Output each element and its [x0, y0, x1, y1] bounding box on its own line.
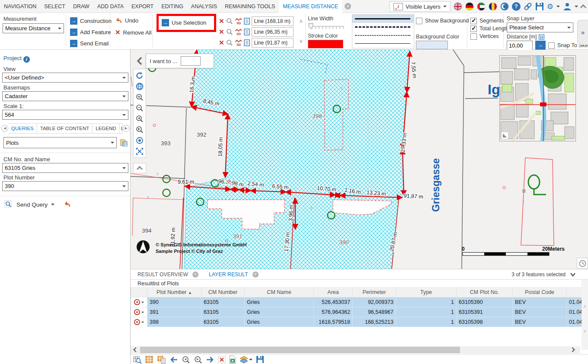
tab-measure-distance[interactable]: MEASURE DISTANCE [279, 0, 342, 13]
show-background-checkbox[interactable] [416, 18, 422, 24]
export-excel-icon[interactable] [229, 355, 236, 364]
row-menu-icon[interactable] [141, 322, 144, 324]
col-cm-name[interactable]: CM Name [245, 287, 314, 297]
globe-icon[interactable] [134, 81, 145, 92]
collapse-results-icon[interactable] [570, 272, 576, 277]
table-report-icon[interactable] [157, 355, 166, 364]
snap-layer-select[interactable]: Please Select [507, 22, 573, 32]
tab-layer-result[interactable]: LAYER RESULT [209, 271, 248, 278]
tab-remaining-tools[interactable]: REMAINING TOOLS [221, 0, 279, 13]
scroll-down-icon[interactable]: ∨ [299, 39, 303, 43]
col-cm-number[interactable]: CM Number [201, 287, 245, 297]
report-icon[interactable] [244, 39, 250, 46]
measure-line-value[interactable]: Line (91,87 m) [252, 38, 294, 48]
tab-table-of-content[interactable]: TABLE OF CONTENT [37, 123, 93, 134]
scroll-up-icon[interactable]: ∧ [299, 19, 303, 23]
visible-layers-control[interactable]: i Visible Layers [390, 1, 451, 12]
measure-line-value[interactable]: Line (96,35 m) [252, 27, 294, 37]
tabs-scroll-left-icon[interactable]: ◀ [1, 125, 8, 132]
save-result-icon[interactable] [256, 355, 264, 364]
undo-button[interactable]: Undo [115, 17, 138, 24]
measurement-type-select[interactable]: Measure Distance [3, 23, 64, 33]
layer-export-icon[interactable] [240, 356, 248, 364]
locate-feature-icon[interactable] [134, 319, 140, 325]
flag-germany-icon[interactable] [465, 2, 474, 11]
reset-query-icon[interactable] [63, 201, 71, 208]
open-table-search-icon[interactable] [133, 355, 142, 364]
col-postal-code[interactable]: Postal Code [513, 287, 567, 297]
history-clock-button[interactable] [577, 258, 588, 269]
collapse-panel-icon[interactable] [136, 56, 144, 66]
apply-distance-button[interactable]: → [535, 41, 546, 50]
col-perimeter[interactable]: Perimeter [353, 287, 396, 297]
close-layer-result-icon[interactable]: × [252, 271, 259, 278]
table-row[interactable]: 39063105Gries 526,45303792,0093731 63105… [131, 297, 582, 307]
tab-draw[interactable]: DRAW [69, 0, 93, 13]
row-menu-icon[interactable] [141, 302, 144, 304]
calculator-icon[interactable] [539, 34, 544, 40]
i-want-to-input[interactable] [181, 56, 201, 66]
snap-to-sketch-checkbox[interactable] [548, 42, 555, 49]
delete-measure-icon[interactable]: ✕ [219, 28, 224, 36]
ribbon-expand-button[interactable]: » [577, 20, 588, 45]
refresh-map-icon[interactable] [134, 70, 145, 81]
report-icon[interactable] [244, 18, 250, 25]
locate-feature-icon[interactable] [134, 309, 140, 315]
table-horizontal-scrollbar[interactable] [131, 346, 580, 354]
scale-select[interactable]: 564 [2, 110, 128, 120]
query-form-icon[interactable] [119, 138, 128, 147]
collapse-toolbar-button[interactable] [133, 163, 146, 173]
stroke-color-swatch[interactable] [308, 40, 343, 48]
add-feature-button[interactable]: →Add Feature [70, 29, 111, 36]
col-cm-plot-no[interactable]: CM Plot No. [457, 287, 513, 297]
map-viewport[interactable]: .mlab{font:12.5px "Liberation Sans",sans… [131, 50, 588, 269]
gear-icon[interactable]: ⚙ [547, 2, 553, 11]
query-select[interactable]: Plots [3, 137, 117, 148]
close-tab-icon[interactable]: × [345, 3, 351, 10]
segments-checkbox[interactable] [470, 18, 477, 24]
save-icon[interactable] [535, 2, 544, 11]
zoom-next-result-icon[interactable] [194, 355, 202, 364]
basemaps-select[interactable]: Cadaster [2, 91, 128, 101]
row-menu-icon[interactable] [141, 312, 144, 314]
remove-all-button[interactable]: ✕Remove All [115, 29, 151, 36]
center-map-icon[interactable] [134, 135, 145, 146]
line-width-slider[interactable] [308, 22, 345, 31]
tab-editing[interactable]: EDITING [157, 0, 187, 13]
info-icon[interactable]: i [23, 56, 30, 63]
profile-3d-icon[interactable]: 3D [235, 18, 242, 25]
tab-clipped[interactable]: L [120, 123, 123, 134]
scroll-up-icon[interactable]: ∧ [582, 304, 588, 309]
scroll-left-icon[interactable] [133, 347, 138, 352]
scrollbar-thumb[interactable] [140, 347, 460, 353]
collapse-ribbon-icon[interactable] [580, 4, 586, 10]
profile-3d-icon[interactable]: 3D [235, 39, 242, 46]
close-result-overview-icon[interactable]: × [192, 271, 198, 278]
zoom-to-measure-icon[interactable] [226, 29, 233, 35]
line-style-thin[interactable] [352, 39, 414, 48]
delete-measure-icon[interactable]: ✕ [219, 39, 224, 47]
use-selection-button[interactable]: →Use Selection [162, 19, 214, 26]
next-extent-icon[interactable] [134, 124, 145, 135]
previous-extent-icon[interactable] [134, 113, 145, 124]
scroll-right-icon[interactable] [570, 347, 575, 352]
zoom-in-icon[interactable] [134, 92, 145, 102]
tab-queries[interactable]: QUERIES [8, 123, 37, 134]
send-query-chevron-icon[interactable] [51, 204, 54, 207]
tab-result-overview[interactable]: RESULT OVERVIEW [137, 271, 188, 278]
full-extent-icon[interactable] [134, 146, 145, 156]
col-plot-number[interactable]: Plot Number ▲ [147, 287, 201, 297]
zoom-to-measure-icon[interactable] [226, 18, 233, 25]
report-icon[interactable] [244, 29, 250, 35]
tab-navigation[interactable]: NAVIGATION [0, 0, 40, 13]
tab-export[interactable]: EXPORT [128, 0, 157, 13]
tab-select[interactable]: SELECT [40, 0, 69, 13]
total-length-checkbox[interactable] [470, 26, 477, 32]
cm-select[interactable]: 63105 Gries [2, 163, 128, 173]
next-record-icon[interactable] [206, 356, 214, 363]
plot-number-select[interactable]: 390 [2, 181, 128, 191]
vertices-checkbox[interactable] [470, 33, 477, 40]
tab-legend[interactable]: LEGEND [93, 123, 119, 134]
line-style-solid[interactable] [352, 15, 414, 23]
zoom-to-measure-icon[interactable] [226, 39, 233, 46]
